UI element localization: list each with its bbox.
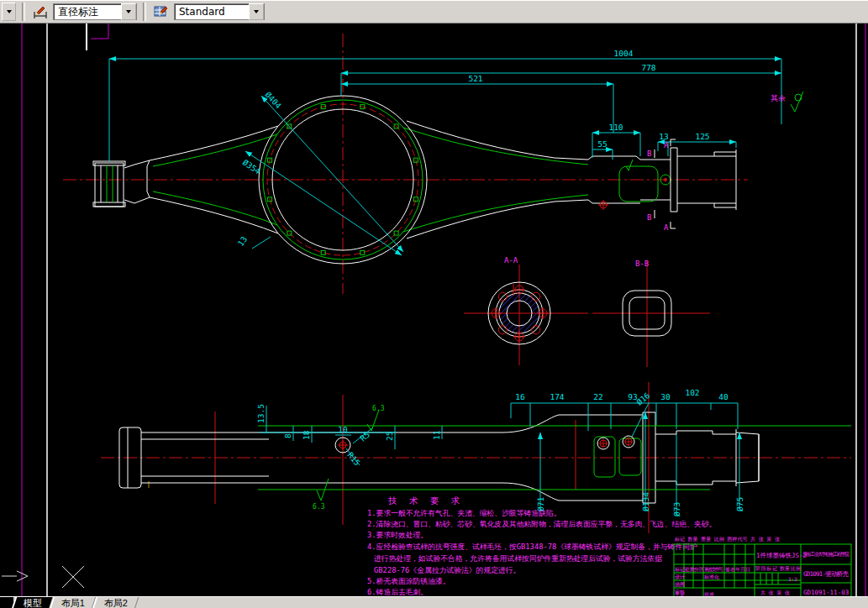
autocad-window: 直径标注 Standard: [0, 0, 868, 608]
tb-change-zone: 分区: [694, 566, 704, 572]
tb-sheets: 共 张 第 张: [760, 590, 790, 596]
tb-role-std: 标准化: [703, 574, 719, 580]
tb-change-file: 更改文件号: [704, 566, 723, 572]
tb-scale-value: 1:2: [788, 576, 797, 582]
text-style-combobox[interactable]: Standard: [174, 3, 265, 20]
title-block: 标记 数量 重量 比例 图样代号 共 张 第 张 标记 处数 分区 更改文件号 …: [674, 536, 851, 596]
dim-flange-w: 13: [659, 132, 668, 141]
mark-b-bottom: B: [647, 213, 651, 222]
tb-role-design: 设计: [675, 574, 685, 579]
dim-h13-5: 13.5: [256, 404, 266, 423]
dim-style-icon[interactable]: [31, 3, 50, 21]
layout-tab-bar: 模型 布局1 布局2: [0, 596, 868, 608]
note-line: GB228-76《金属拉力试验法》的规定进行。: [374, 566, 520, 574]
roughness-top-value: 6.3: [372, 405, 385, 412]
dim-h8: 8: [283, 433, 292, 438]
toolbar-separator: [143, 3, 146, 21]
technical-notes: 技 术 要 求 1.要求一般不允许有气孔、夹渣、缩松、沙眼等铸造缺陷。 2.清除…: [367, 495, 716, 596]
tb-scale-label: 比例: [791, 565, 801, 572]
dim-dia75: Ø75: [735, 497, 744, 511]
title-block-header-row: 标记 数量 重量 比例 图样代号 共 张 第 张: [674, 536, 780, 542]
tab-layout1-label: 布局1: [61, 598, 85, 608]
dim-w10: 10: [338, 425, 348, 434]
mark-a-bottom: A: [664, 223, 669, 232]
note-line: 3.要求时效处理。: [367, 531, 428, 539]
chevron-down-icon: [7, 10, 12, 13]
dim-ring-outer: Ø404: [264, 90, 284, 111]
dim-dia134: Ø134: [641, 492, 650, 511]
dim-style-value: 直径标注: [58, 5, 118, 19]
roughness-bottom-value: 6.3: [313, 503, 325, 511]
chevron-down-icon[interactable]: [249, 3, 264, 20]
tb-school: 河南工业大学机电工程学院: [802, 551, 850, 558]
mark-a-top: A: [664, 141, 669, 149]
tab-model[interactable]: 模型: [12, 597, 54, 608]
styles-toolbar: 直径标注 Standard: [0, 0, 868, 24]
tab-layout2[interactable]: 布局2: [92, 597, 139, 608]
ucs-icon: [2, 566, 84, 588]
chevron-down-icon[interactable]: [121, 3, 136, 20]
tb-change-sign: 签名: [725, 566, 735, 573]
text-style-icon[interactable]: [152, 3, 171, 21]
tab-layout2-label: 布局2: [104, 598, 128, 608]
tb-change-mark: 标记: [674, 566, 685, 573]
dim-r5: R5: [358, 430, 371, 443]
toolbar-overflow-dropdown-button[interactable]: [2, 3, 16, 21]
dim-chain-40: 40: [718, 392, 729, 401]
dim-chain-22: 22: [593, 392, 602, 401]
rest-roughness-label: 其余: [771, 94, 786, 102]
tb-change-date: 年月日: [735, 566, 750, 573]
note-line: 进行热处理，如试验不合格，允许将备用试样按同炉件重新热处理后试验，试验方法依据: [374, 554, 662, 563]
model-space-canvas[interactable]: 1004 778 521 110 55 13 125 Ø404 Ø354 13 …: [0, 24, 868, 596]
dim-chain-102: 102: [685, 388, 699, 397]
centerlines: [63, 34, 851, 533]
tab-model-label: 模型: [24, 598, 42, 608]
section-aa-label: A-A: [504, 256, 518, 265]
note-line: 6.铸造后去毛刺。: [367, 588, 428, 596]
tab-layout1[interactable]: 布局1: [50, 597, 97, 608]
tb-qty-label: 数量: [780, 565, 790, 571]
notes-title: 技 术 要 求: [388, 495, 463, 506]
dim-top-inner: 521: [468, 74, 482, 83]
note-line: 5.桥壳表面涂防锈油漆。: [367, 577, 450, 585]
tb-stage-label: 阶段标记: [755, 565, 777, 572]
note-line: 1.要求一般不允许有气孔、夹渣、缩松、沙眼等铸造缺陷。: [367, 509, 561, 517]
dim-h18: 18: [302, 430, 311, 440]
mark-b-top: B: [647, 149, 651, 158]
text-style-value: Standard: [179, 6, 245, 18]
dim-h11: 11: [432, 430, 441, 440]
tb-material: 1件球墨铸铁JS-2: [756, 552, 807, 559]
dim-chain-16: 16: [515, 392, 525, 401]
tb-drawing-number: GD1091-11-03: [803, 589, 849, 596]
note-line: 4.应经检验查试样的抗弯强度、试样毛坯，按GB1348-78《球墨铸铁试样》规定…: [367, 542, 697, 551]
dim-h25: 25: [385, 432, 394, 441]
tb-product: GD1091-驱动桥壳: [803, 570, 850, 578]
dim-top-overall: 1004: [614, 49, 634, 58]
dimension-labels: 1004 778 521 110 55 13 125 Ø404 Ø354 13 …: [236, 49, 744, 516]
tb-role-trace: 描图: [675, 581, 685, 588]
dim-style-combobox[interactable]: 直径标注: [53, 3, 137, 20]
section-bb-label: B-B: [635, 259, 649, 268]
dim-dia73: Ø73: [672, 502, 681, 516]
dim-top-mid: 778: [641, 63, 655, 72]
dim-wall: 13: [236, 234, 250, 248]
dim-seat-len: 110: [608, 123, 623, 132]
toolbar-separator: [22, 3, 25, 21]
surface-roughness-marks: 6.3 6.3 其余: [313, 92, 803, 511]
dimensions: [109, 59, 781, 516]
dim-shaft-len: 125: [695, 132, 709, 141]
dim-chain-30: 30: [660, 392, 671, 401]
note-line: 2.清除浇口、冒口、粘砂、芯砂、氧化皮及其他粘附物，清理后表面应平整，无多肉、飞…: [367, 520, 716, 528]
dim-chain-174: 174: [550, 392, 564, 401]
dim-seat-half: 55: [597, 139, 607, 149]
